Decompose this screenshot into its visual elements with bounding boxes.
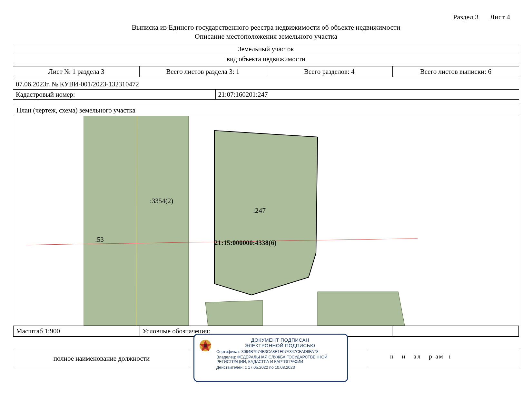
plan-footer-table: Масштаб 1:900 Условные обозначения: (13, 326, 519, 337)
total-section-sheets: Всего листов раздела 3: 1 (140, 66, 266, 77)
object-header-table: Земельный участок вид объекта недвижимос… (13, 44, 519, 64)
document-subtitle: Описание местоположения земельного участ… (13, 32, 519, 41)
parcel-main (214, 131, 318, 295)
stamp-line1: ДОКУМЕНТ ПОДПИСАН (216, 337, 344, 343)
sheet-of-section: Лист № 1 раздела 3 (13, 66, 140, 77)
object-name: Земельный участок (13, 44, 519, 54)
sheet-label: Лист 4 (490, 13, 510, 21)
section-label: Раздел 3 (453, 13, 478, 21)
total-sections: Всего разделов: 4 (266, 66, 392, 77)
footer-empty-1 (190, 350, 327, 367)
svg-rect-4 (204, 344, 207, 347)
counts-table: Лист № 1 раздела 3 Всего листов раздела … (13, 66, 519, 77)
footer-right-marks: н и ал р ам ı (390, 353, 452, 360)
plan-container: План (чертеж, схема) земельного участка … (13, 105, 519, 337)
footer-empty-2 (327, 350, 367, 367)
stamp-line2: ЭЛЕКТРОННОЙ ПОДПИСЬЮ (216, 343, 344, 348)
reference-number: 07.06.2023г. № КУВИ-001/2023-132310472 (13, 79, 519, 89)
cadastral-label: Кадастровый номер: (13, 90, 216, 100)
object-kind: вид объекта недвижимости (13, 54, 519, 64)
legend-empty (392, 326, 519, 337)
header-section-sheet: Раздел 3 Лист 4 (13, 13, 519, 21)
label-mid-parcel: :3354(2) (150, 197, 173, 205)
document-title: Выписка из Единого государственного реес… (13, 23, 519, 32)
label-line: 21:15:000000:4338(6) (214, 239, 276, 247)
cadastral-table: Кадастровый номер: 21:07:160201:247 (13, 89, 519, 100)
total-sheets: Всего листов выписки: 6 (392, 66, 519, 77)
parcel-bottom-right (318, 292, 405, 326)
plan-body: :53 :3354(2) :247 21:15:000000:4338(6) (13, 116, 519, 326)
reference-table: 07.06.2023г. № КУВИ-001/2023-132310472 (13, 79, 519, 89)
label-main-parcel: :247 (253, 206, 266, 214)
position-label: полное наименование должности (13, 350, 190, 367)
plan-svg: :53 :3354(2) :247 21:15:000000:4338(6) (13, 116, 519, 326)
parcel-left (84, 116, 189, 326)
parcel-bottom-center (205, 300, 263, 326)
plan-heading: План (чертеж, схема) земельного участка (13, 105, 519, 116)
cadastral-number: 21:07:160201:247 (215, 90, 519, 100)
legend-cell: Условные обозначения: (140, 326, 392, 337)
label-left-parcel: :53 (95, 236, 104, 243)
footer-wrap: полное наименование должности н и ал р а… (13, 350, 519, 367)
scale-cell: Масштаб 1:900 (14, 326, 140, 337)
